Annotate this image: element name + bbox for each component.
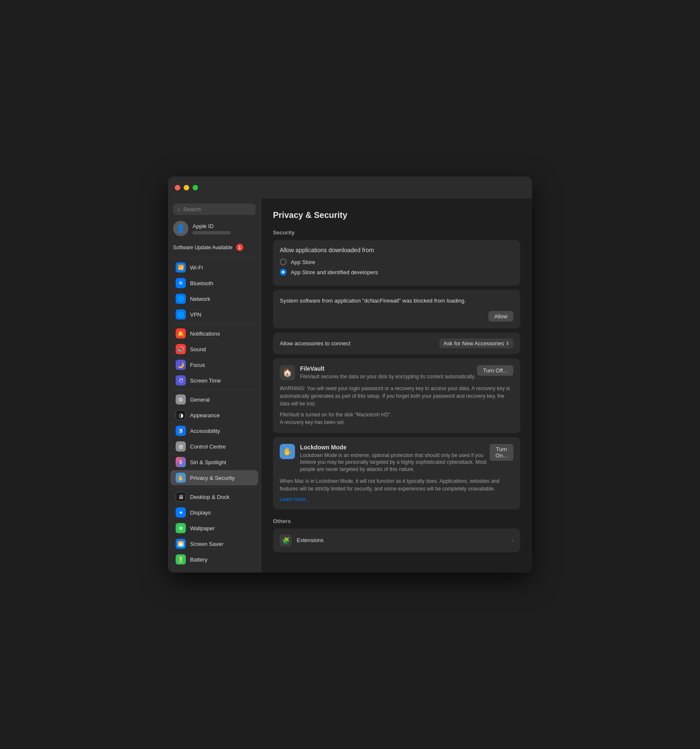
sound-icon: 🔊 [176,344,186,354]
download-from-card: Allow applications downloaded from App S… [273,240,520,286]
sidebar-label-sound: Sound [190,346,206,352]
privacy-icon: ✋ [176,473,186,483]
sidebar-item-notifications[interactable]: 🔔 Notifications [171,326,258,341]
sidebar-item-desktop[interactable]: 🖥 Desktop & Dock [171,489,258,504]
sidebar-item-siri[interactable]: 🎙 Siri & Spotlight [171,454,258,470]
general-icon: ⚙ [176,394,186,405]
sidebar-item-general[interactable]: ⚙ General [171,392,258,407]
extensions-icon: 🧩 [280,534,292,546]
sidebar-item-bluetooth[interactable]: ✲ Bluetooth [171,275,258,291]
avatar: 👤 [173,221,188,236]
displays-icon: ✦ [176,507,186,518]
filevault-button[interactable]: Turn Off... [477,365,513,376]
apple-id-section[interactable]: 👤 Apple ID [168,221,261,242]
network-icon: 🌐 [176,294,186,304]
sidebar-item-network[interactable]: 🌐 Network [171,291,258,306]
sidebar-item-privacy[interactable]: ✋ Privacy & Security [171,470,258,485]
sidebar-label-notifications: Notifications [190,330,220,337]
filevault-header: 🏠 FileVault FileVault secures the data o… [280,365,513,380]
desktop-icon: 🖥 [176,492,186,502]
update-badge: 1 [236,244,243,251]
radio-circle-appstore[interactable] [280,259,287,265]
apple-id-info: Apple ID [193,223,231,234]
lockdown-button[interactable]: Turn On... [490,444,513,461]
search-box[interactable]: ⌕ Search [173,204,256,215]
filevault-warning: WARNING: You will need your login passwo… [280,385,513,408]
sidebar-item-vpn[interactable]: 🌐 VPN [171,307,258,322]
sidebar-item-sound[interactable]: 🔊 Sound [171,341,258,357]
sidebar-item-wifi[interactable]: 📶 Wi-Fi [171,260,258,275]
bluetooth-icon: ✲ [176,278,186,288]
radio-appstore[interactable]: App Store [280,259,513,265]
main-window: ⌕ Search 👤 Apple ID Software Update Avai… [168,176,532,573]
filevault-card: 🏠 FileVault FileVault secures the data o… [273,358,520,433]
focus-icon: 🌙 [176,360,186,370]
lockdown-card: ✋ Lockdown Mode Lockdown Mode is an extr… [273,437,520,509]
sidebar-label-bluetooth: Bluetooth [190,280,213,286]
sidebar-item-displays[interactable]: ✦ Displays [171,505,258,520]
content-area: ⌕ Search 👤 Apple ID Software Update Avai… [168,198,532,573]
allow-button[interactable]: Allow [488,311,513,322]
extensions-label: Extensions [297,537,324,543]
appearance-icon: ◑ [176,410,186,420]
controlcentre-icon: ⊞ [176,441,186,452]
sidebar-item-appearance[interactable]: ◑ Appearance [171,408,258,423]
download-from-title: Allow applications downloaded from [280,247,513,253]
sidebar-item-controlcentre[interactable]: ⊞ Control Centre [171,439,258,454]
apple-id-email [193,231,231,234]
sidebar-label-battery: Battery [190,556,207,563]
accessories-value: Ask for New Accessories [444,340,504,347]
radio-appstore-developers[interactable]: App Store and identified developers [280,269,513,275]
sidebar-label-wallpaper: Wallpaper [190,525,215,531]
minimize-button[interactable] [184,185,189,190]
learn-more-link[interactable]: Learn more... [280,496,310,502]
sidebar-divider-2 [173,324,256,324]
sidebar-label-desktop: Desktop & Dock [190,494,229,500]
close-button[interactable] [175,185,180,190]
sidebar-divider-3 [173,390,256,390]
extensions-row[interactable]: 🧩 Extensions › [273,529,520,552]
search-icon: ⌕ [177,206,181,212]
sidebar-label-privacy: Privacy & Security [190,475,234,481]
sidebar-label-screentime: Screen Time [190,377,221,384]
sidebar-divider-4 [173,487,256,487]
sidebar-label-general: General [190,397,209,403]
maximize-button[interactable] [193,185,198,190]
sidebar: ⌕ Search 👤 Apple ID Software Update Avai… [168,198,261,573]
accessories-select[interactable]: Ask for New Accessories ⇕ [439,339,513,348]
others-section-title: Others [273,518,520,524]
sidebar-label-controlcentre: Control Centre [190,443,226,450]
wallpaper-icon: ❄ [176,523,186,533]
extensions-left: 🧩 Extensions [280,534,324,546]
sidebar-item-screensaver[interactable]: 🌅 Screen Saver [171,536,258,551]
sidebar-item-focus[interactable]: 🌙 Focus [171,357,258,372]
filevault-desc: FileVault secures the data on your disk … [300,373,475,380]
apple-id-label: Apple ID [193,223,231,229]
filevault-status: FileVault is turned on for the disk "Mac… [280,411,513,426]
notifications-icon: 🔔 [176,328,186,339]
titlebar [168,176,532,198]
search-placeholder: Search [183,206,201,212]
sidebar-item-screentime[interactable]: ⏱ Screen Time [171,373,258,388]
filevault-text: FileVault FileVault secures the data on … [300,365,475,380]
radio-circle-appstore-developers[interactable] [280,269,287,275]
sidebar-item-battery[interactable]: 🔋 Battery [171,552,258,567]
chevron-updown-icon: ⇕ [506,341,509,346]
sidebar-label-screensaver: Screen Saver [190,541,223,547]
siri-icon: 🎙 [176,457,186,467]
sidebar-divider-1 [173,258,256,258]
chevron-right-icon: › [511,537,513,544]
sidebar-item-accessibility[interactable]: ♿ Accessibility [171,423,258,438]
screensaver-icon: 🌅 [176,539,186,549]
traffic-lights [175,185,198,190]
filevault-left: 🏠 FileVault FileVault secures the data o… [280,365,475,380]
accessories-row: Allow accessories to connect Ask for New… [273,333,520,354]
software-update-row[interactable]: Software Update Available 1 [168,242,261,256]
blocked-software-card: System software from application "dcNacF… [273,290,520,328]
search-container: ⌕ Search [168,204,261,221]
sidebar-label-focus: Focus [190,362,205,368]
screentime-icon: ⏱ [176,375,186,386]
sidebar-item-wallpaper[interactable]: ❄ Wallpaper [171,520,258,536]
others-section: Others 🧩 Extensions › [273,518,520,552]
wifi-icon: 📶 [176,262,186,273]
